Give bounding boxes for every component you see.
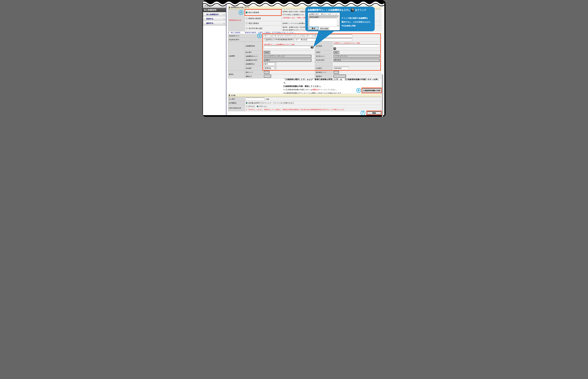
scroll-up-icon[interactable]: ▲ xyxy=(338,16,338,17)
instruction-line: ※【口座振替依頼書の印刷】ボタンは xyxy=(283,89,312,91)
passbook-mark-label: 通帳記号 xyxy=(245,74,263,79)
rep-deny-label: 許可しない xyxy=(259,105,267,107)
radio-cell-post-transfer[interactable]: 郵便局口座振替 xyxy=(245,16,281,21)
account-holder-table: 預金者名(カナ) 預金者名(漢字) xyxy=(228,34,381,42)
sidebar-item-label: 解約申込 xyxy=(206,22,213,24)
search-icon-illustration: 123 xyxy=(351,8,354,12)
other-section-title: その他 xyxy=(231,94,235,96)
radio-rep-deny[interactable] xyxy=(257,106,258,107)
bank-type-label: 金融機関区分 xyxy=(245,62,263,66)
bank-name-kana-label: 金融機関名(カナ) xyxy=(245,54,263,58)
sidebar-item-henko-moshikomi[interactable]: 変更申込 › xyxy=(203,17,226,21)
magnifier-icon xyxy=(334,48,336,49)
deposit-type-label: 預金種目 xyxy=(245,66,263,71)
instruction-line: 口座振替依頼書を印刷・郵送してください。 xyxy=(283,84,382,88)
bank-code-field: 9999 xyxy=(264,51,270,54)
account-kana-input[interactable] xyxy=(264,34,352,37)
scroll-up-icon[interactable]: ▲ xyxy=(382,4,383,5)
register-button[interactable]: 登録 xyxy=(367,111,381,115)
bank-group-label: 金融機関 xyxy=(228,42,245,71)
bank-search-cell: ※銀行番号もしくは金融機関名を入力して検索 123 xyxy=(263,42,315,50)
header-capsule-icon xyxy=(229,95,230,96)
payment-section-title: 利用料金支払方法について xyxy=(231,6,249,9)
radio-label: 郵便局口座振替 xyxy=(249,17,261,19)
popup-title-text: 金融機関番号もしくは金融機関名を入力し xyxy=(308,8,351,12)
bank-post-note: ※「銀行口座振替」、「郵便局口座振替」を選択した場合は、以下の項目を入力してくだ… xyxy=(228,32,296,34)
bank-search-input[interactable] xyxy=(264,46,310,49)
rep-consent-label: 利用代表修正許諾 xyxy=(228,105,245,111)
chevron-down-icon: ▼ xyxy=(275,63,276,65)
print-direct-debit-form-button[interactable]: 口座振替依頼書の印刷 xyxy=(362,88,381,93)
branch-code-label: 店番号 xyxy=(315,50,332,54)
sidebar-item-kanyusha-joho-hyoji[interactable]: 加入者情報表示 › xyxy=(203,13,226,16)
sidebar-menu: メニュー 加入者情報管理 加入者情報表示 › 変更申込 › 解約申込 › xyxy=(203,3,226,25)
scroll-down-icon[interactable]: ▼ xyxy=(338,25,338,26)
corporate-number-label: 法人番号 xyxy=(228,97,245,101)
corporate-number-input[interactable] xyxy=(246,98,265,101)
popup-tail xyxy=(308,30,337,48)
bank-search-label: 金融機関検索 xyxy=(245,42,263,50)
bank-name-kana-field: ジェイダブリューギンコウ xyxy=(264,55,311,58)
branch-name-kana-field: トウキョウシテン xyxy=(334,55,380,58)
category-code-label: 種目コード xyxy=(245,71,263,74)
radio-bank-transfer[interactable] xyxy=(246,12,248,14)
invoice-mail-label: 請求書郵送 xyxy=(228,101,245,105)
post-office-group-label: 郵便局 xyxy=(228,71,245,79)
sidebar-section-kanyusha-joho-kanri: 加入者情報管理 xyxy=(203,8,226,12)
instruction-line: 「口座振替を選択した方」および「振替口座情報を変更した方」は、【口座振替依頼書の… xyxy=(283,78,382,84)
bank-info-table: 金融機関 金融機関検索 ※銀行番号もしくは金融機関名を入力して検索 123 支店… xyxy=(228,41,381,71)
radio-cell-designated-transfer[interactable]: 指定口座振込 xyxy=(245,21,281,26)
account-number-input[interactable] xyxy=(334,67,349,70)
instruction-emphasis: 1回だけ xyxy=(312,89,319,91)
sidebar-item-kaiyaku-moshikomi[interactable]: 解約申込 › xyxy=(203,21,226,25)
page-scrollbar[interactable]: ▲ xyxy=(381,3,383,115)
header-capsule-icon xyxy=(229,7,230,8)
radio-cell-payment-agent[interactable]: 支払代行者を指定 xyxy=(245,26,281,31)
account-number-label: 口座番号 xyxy=(315,66,332,71)
radio-designated-transfer[interactable] xyxy=(246,22,248,24)
bank-listbox[interactable]: 9999 JW銀行 ▲ ▼ xyxy=(309,16,339,27)
branch-search-cell: ※店番号もしくは支店名を入力して検索 123 xyxy=(332,42,381,50)
popup-explanation-line: ※支店検索も同様 xyxy=(341,24,373,28)
account-kanji-input[interactable] xyxy=(264,38,352,41)
radio-invoice-mypage[interactable] xyxy=(246,102,248,104)
invoice-mail-text: 請求書はJWNETにログインして、マイページから印刷できます。 xyxy=(248,102,295,104)
branch-search-input[interactable] xyxy=(334,44,379,47)
branch-name-kanji-field: 東京支店 xyxy=(334,59,380,62)
radio-post-transfer[interactable] xyxy=(246,17,248,19)
branch-name-kanji-label: 支店名(漢字) xyxy=(315,58,332,62)
bank-list-item-selected[interactable]: 9999 JW銀行 xyxy=(309,16,337,18)
select-button[interactable]: 選 択 xyxy=(309,27,318,30)
radio-payment-agent[interactable] xyxy=(246,27,248,29)
corporate-number-suffix: 13桁 xyxy=(266,98,269,100)
branch-name-kana-label: 支店名(カナ) xyxy=(315,54,332,58)
chevron-right-icon: › xyxy=(223,13,224,16)
deposit-type-value: 普通預金 xyxy=(265,67,271,69)
radio-label: 指定口座振込 xyxy=(249,22,259,24)
category-code-field xyxy=(264,71,269,74)
bank-type-select[interactable]: 銀行 ▼ xyxy=(264,63,277,65)
listbox-scrollbar[interactable]: ▲ ▼ xyxy=(337,16,339,26)
popup-title: 金融機関番号もしくは金融機関名を入力し 123 をクリック xyxy=(305,7,375,12)
radio-rep-allow[interactable] xyxy=(246,106,248,107)
radio-cell-bank-transfer[interactable]: 銀行口座振替 xyxy=(245,9,281,16)
empty-cell xyxy=(332,62,381,66)
bank-code-label: 銀行番号 xyxy=(245,50,263,54)
screenshot-frame: メニュー 加入者情報管理 加入者情報表示 › 変更申込 › 解約申込 › 利用料… xyxy=(203,0,386,117)
bank-search-help-popup: 金融機関番号もしくは金融機関名を入力し 123 をクリック 金融機関を選択し、選… xyxy=(305,7,375,31)
passbook-number-field xyxy=(334,75,346,78)
step-badge-5: 5 xyxy=(257,33,262,38)
chevron-down-icon: ▼ xyxy=(275,68,276,69)
popup-title-text: をクリック xyxy=(355,8,366,12)
cancel-button[interactable]: キャンセル xyxy=(320,27,329,30)
bank-type-value: 銀行 xyxy=(265,63,268,65)
popup-explanation-line: 選択すると、入力が反映されます。 xyxy=(341,20,373,24)
bank-search-note: ※銀行番号もしくは金融機関名を入力して検索 xyxy=(264,43,314,46)
scrollbar-thumb[interactable] xyxy=(382,74,383,117)
popup-explanation: クリック後の画面で金融機関を 選択すると、入力が反映されます。 ※支店検索も同様 xyxy=(341,16,373,28)
sidebar-divider xyxy=(226,3,226,115)
branch-code-field: 999 xyxy=(334,51,339,54)
radio-label: 支払代行者を指定 xyxy=(249,27,263,30)
deposit-type-select[interactable]: 普通預金 ▼ xyxy=(264,67,277,70)
popup-explanation-line: クリック後の画面で金融機関を xyxy=(341,16,373,20)
